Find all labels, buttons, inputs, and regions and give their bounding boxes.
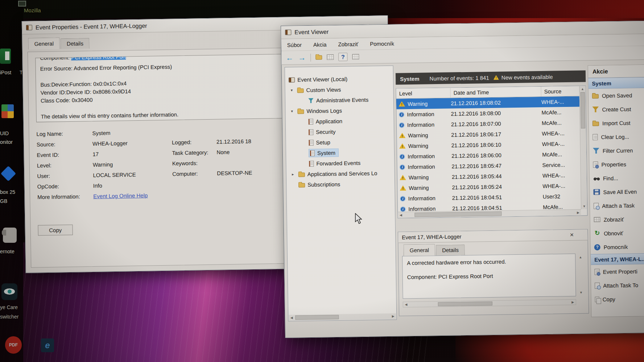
scroll-left-arrow[interactable]: ◀ [289, 315, 294, 321]
dropbox-label-2[interactable]: GB [0, 198, 7, 204]
action-attach-task-to-event[interactable]: Attach Task To [591, 278, 644, 292]
scroll-right-arrow[interactable]: ▶ [390, 313, 396, 319]
task-icon [595, 282, 600, 288]
chevron-right-icon[interactable]: ▸ [290, 172, 296, 177]
tree-item-event-viewer-local[interactable]: Event Viewer (Local) [285, 73, 393, 85]
scroll-up-arrow[interactable]: ▲ [579, 86, 585, 92]
scroll-up-arrow[interactable]: ▲ [578, 254, 583, 260]
actions-section-event[interactable]: Event 17, WHEA-L... [591, 253, 644, 265]
tree-item-label: Application [316, 118, 343, 125]
event-viewer-root-icon [289, 77, 295, 82]
scroll-left-arrow[interactable]: ◀ [403, 301, 409, 307]
tree-item-system[interactable]: System [286, 147, 394, 159]
evernote-icon[interactable] [3, 228, 17, 243]
ipost-icon[interactable] [0, 49, 11, 64]
folder-icon [298, 183, 305, 187]
chevron-down-icon[interactable]: ▾ [289, 109, 295, 114]
action-help[interactable]: ? Pomocník [590, 239, 644, 254]
eye-care-label-2[interactable]: switcher [0, 314, 18, 320]
ipost-label[interactable]: iPost [0, 70, 11, 75]
actions-section-system[interactable]: System [588, 77, 644, 89]
action-label: Filter Curren [603, 147, 633, 154]
scroll-right-arrow[interactable]: ▶ [575, 210, 581, 216]
copy-button[interactable]: Copy [38, 225, 73, 236]
action-open-saved-log[interactable]: Open Saved [589, 88, 644, 103]
scrollbar-thumb[interactable] [414, 212, 501, 217]
tree-item-label: Security [316, 129, 335, 135]
action-clear-log[interactable]: Clear Log... [589, 129, 644, 144]
action-event-properties[interactable]: Event Properti [591, 264, 644, 279]
scrollbar-thumb[interactable] [295, 315, 339, 320]
actions-pane-icon[interactable] [352, 54, 359, 59]
forward-icon[interactable]: → [298, 53, 306, 62]
tree-item-administrative-events[interactable]: Administrative Events [285, 94, 393, 106]
eye-care-icon[interactable] [1, 283, 17, 300]
uid-label-1[interactable]: UID [0, 130, 9, 136]
preview-tab-general[interactable]: General [403, 244, 435, 256]
scrollbar-thumb[interactable] [438, 301, 492, 306]
preview-title: Event 17, WHEA-Logger [402, 233, 461, 240]
wallpaper-top-strip [0, 0, 644, 18]
action-save-all-events[interactable]: Save All Even [590, 184, 644, 199]
tree-item-application[interactable]: Application [286, 115, 394, 127]
scrollbar-thumb[interactable] [581, 92, 585, 128]
menu-file[interactable]: Súbor [287, 42, 302, 48]
scroll-right-arrow[interactable]: ▶ [570, 299, 576, 305]
tree-item-setup[interactable]: Setup [286, 136, 394, 148]
action-import-custom-view[interactable]: Import Cust [589, 115, 644, 130]
action-find[interactable]: Find... [590, 170, 644, 185]
help-icon[interactable]: ? [338, 53, 347, 61]
eye-care-label-1[interactable]: ye Care [0, 304, 18, 310]
tree-item-subscriptions[interactable]: Subscriptions [286, 178, 395, 190]
column-header-level[interactable]: Level [396, 88, 450, 99]
tree-item-applications-and-services[interactable]: ▸ Applications and Services Lo [286, 168, 395, 180]
uid-label-2[interactable]: onitor [0, 139, 13, 145]
tab-general[interactable]: General [28, 37, 60, 49]
console-tree-icon[interactable] [315, 55, 322, 59]
tree-item-label: System [317, 150, 335, 156]
action-properties[interactable]: Properties [589, 157, 644, 171]
dropbox-label-1[interactable]: box 25 [0, 189, 15, 195]
show-hide-panes-icon[interactable] [327, 54, 334, 60]
tree-item-custom-views[interactable]: ▾ Custom Views [285, 84, 393, 96]
preview-tab-details[interactable]: Details [436, 245, 465, 255]
table-vertical-scrollbar[interactable]: ▲ ▼ [579, 86, 587, 209]
tree-horizontal-scrollbar[interactable]: ◀ ▶ [289, 313, 396, 321]
information-icon: i [400, 196, 406, 201]
menu-help[interactable]: Pomocník [370, 40, 394, 47]
pdf-icon[interactable]: PDF [5, 336, 22, 354]
tree-item-forwarded-events[interactable]: Forwarded Events [286, 157, 394, 169]
action-copy[interactable]: Copy [591, 291, 644, 306]
scroll-down-arrow[interactable]: ▼ [581, 203, 587, 209]
menu-view[interactable]: Zobraziť [338, 41, 358, 47]
close-icon[interactable]: × [570, 231, 574, 239]
column-header-date-time[interactable]: Date and Time [450, 87, 541, 97]
back-icon[interactable]: ← [286, 53, 293, 62]
actions-pane-title: Akcie [588, 65, 644, 78]
column-header-source[interactable]: Source [541, 86, 579, 96]
action-attach-task[interactable]: Attach a Task [590, 198, 644, 213]
action-view[interactable]: Zobraziť [590, 212, 644, 226]
action-create-custom-view[interactable]: Create Cust [589, 101, 644, 116]
tree-item-label: Windows Logs [306, 108, 342, 114]
preview-horizontal-scrollbar[interactable]: ◀ ▶ [403, 299, 576, 308]
tree-item-windows-logs[interactable]: ▾ Windows Logs [285, 105, 393, 117]
tree-item-security[interactable]: Security [286, 126, 394, 138]
screen: Mozilla iPost T UID onitor box 25 GB ern… [0, 0, 644, 362]
action-refresh[interactable]: ↻ Obnoviť [590, 225, 644, 240]
dropbox-icon[interactable] [1, 166, 16, 181]
uid-monitor-icon[interactable] [1, 104, 14, 118]
info-mark: i [401, 123, 402, 127]
desktop-mini-icon[interactable] [18, 1, 26, 7]
evernote-label[interactable]: ernote [0, 249, 15, 254]
action-filter-current-log[interactable]: Filter Curren [589, 143, 644, 158]
scroll-left-arrow[interactable]: ◀ [398, 212, 404, 218]
scroll-down-arrow[interactable]: ▼ [578, 290, 584, 295]
event-log-online-help-link[interactable]: Event Log Online Help [93, 192, 148, 199]
e-browser-icon[interactable]: e [41, 338, 54, 352]
chevron-down-icon[interactable]: ▾ [289, 88, 294, 93]
level-text: Information [407, 111, 434, 117]
menu-action[interactable]: Akcia [313, 41, 327, 48]
preview-description-box[interactable]: A corrected hardware error has occurred.… [402, 254, 576, 299]
tab-details[interactable]: Details [61, 38, 90, 49]
